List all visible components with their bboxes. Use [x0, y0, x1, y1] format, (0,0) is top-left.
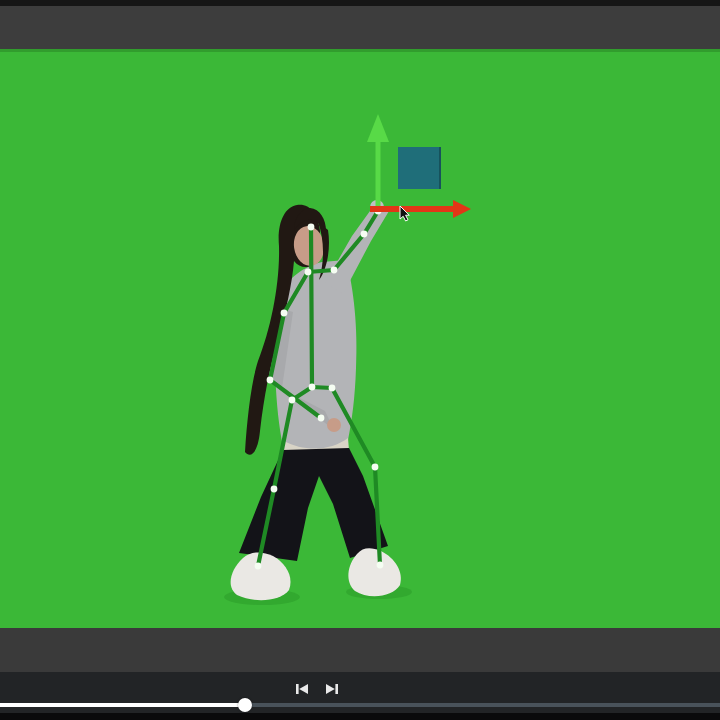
video-top-edge [0, 49, 720, 52]
bottom-bar [0, 628, 720, 672]
video-player-window [0, 0, 720, 720]
timeline-thumb[interactable] [238, 698, 252, 712]
timeline-progress [0, 703, 245, 707]
footer-strip [0, 713, 720, 720]
skip-to-start-icon [295, 683, 309, 695]
transport-controls [0, 681, 720, 697]
skip-to-end-button[interactable] [322, 681, 342, 697]
timeline-scrubber[interactable] [0, 698, 720, 713]
video-area[interactable] [0, 49, 720, 628]
toolbar [0, 6, 720, 49]
skip-to-end-icon [325, 683, 339, 695]
skip-to-start-button[interactable] [292, 681, 312, 697]
